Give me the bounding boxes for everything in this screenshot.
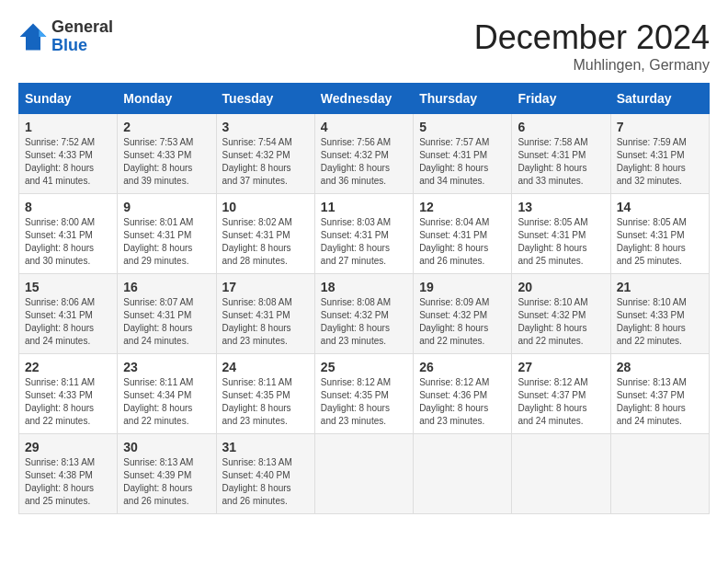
calendar-cell: 1Sunrise: 7:52 AMSunset: 4:33 PMDaylight… xyxy=(19,114,118,194)
day-number: 21 xyxy=(617,280,703,294)
week-row-4: 22Sunrise: 8:11 AMSunset: 4:33 PMDayligh… xyxy=(19,354,710,434)
calendar-cell: 6Sunrise: 7:58 AMSunset: 4:31 PMDaylight… xyxy=(512,114,610,194)
cell-details: Sunrise: 7:53 AMSunset: 4:33 PMDaylight:… xyxy=(123,137,193,186)
day-number: 16 xyxy=(123,280,210,294)
location-label: Muhlingen, Germany xyxy=(474,57,710,74)
calendar-cell: 10Sunrise: 8:02 AMSunset: 4:31 PMDayligh… xyxy=(216,194,314,274)
cell-details: Sunrise: 7:57 AMSunset: 4:31 PMDaylight:… xyxy=(419,137,489,186)
day-number: 11 xyxy=(321,200,407,214)
calendar-cell xyxy=(414,434,512,514)
calendar-cell: 23Sunrise: 8:11 AMSunset: 4:34 PMDayligh… xyxy=(118,354,216,434)
calendar-cell: 21Sunrise: 8:10 AMSunset: 4:33 PMDayligh… xyxy=(610,274,709,354)
calendar-cell: 13Sunrise: 8:05 AMSunset: 4:31 PMDayligh… xyxy=(512,194,610,274)
cell-details: Sunrise: 8:13 AMSunset: 4:37 PMDaylight:… xyxy=(617,377,687,426)
calendar-cell: 31Sunrise: 8:13 AMSunset: 4:40 PMDayligh… xyxy=(216,434,314,514)
cell-details: Sunrise: 8:10 AMSunset: 4:33 PMDaylight:… xyxy=(617,297,687,346)
cell-details: Sunrise: 8:11 AMSunset: 4:35 PMDaylight:… xyxy=(222,377,292,426)
day-number: 27 xyxy=(518,360,604,374)
cell-details: Sunrise: 8:00 AMSunset: 4:31 PMDaylight:… xyxy=(25,217,95,266)
calendar-cell: 3Sunrise: 7:54 AMSunset: 4:32 PMDaylight… xyxy=(216,114,314,194)
day-number: 8 xyxy=(25,200,111,214)
calendar-cell: 8Sunrise: 8:00 AMSunset: 4:31 PMDaylight… xyxy=(19,194,118,274)
week-row-5: 29Sunrise: 8:13 AMSunset: 4:38 PMDayligh… xyxy=(19,434,710,514)
cell-details: Sunrise: 8:12 AMSunset: 4:35 PMDaylight:… xyxy=(321,377,391,426)
day-number: 30 xyxy=(123,440,210,454)
day-number: 24 xyxy=(222,360,309,374)
day-number: 12 xyxy=(419,200,506,214)
day-number: 14 xyxy=(617,200,703,214)
day-number: 1 xyxy=(25,120,111,134)
day-number: 18 xyxy=(321,280,407,294)
week-row-3: 15Sunrise: 8:06 AMSunset: 4:31 PMDayligh… xyxy=(19,274,710,354)
calendar-table: SundayMondayTuesdayWednesdayThursdayFrid… xyxy=(18,83,710,514)
header-thursday: Thursday xyxy=(414,84,512,114)
calendar-cell: 16Sunrise: 8:07 AMSunset: 4:31 PMDayligh… xyxy=(118,274,216,354)
cell-details: Sunrise: 8:11 AMSunset: 4:33 PMDaylight:… xyxy=(25,377,95,426)
header-wednesday: Wednesday xyxy=(314,84,413,114)
header-friday: Friday xyxy=(512,84,610,114)
calendar-cell: 12Sunrise: 8:04 AMSunset: 4:31 PMDayligh… xyxy=(414,194,512,274)
day-number: 10 xyxy=(222,200,309,214)
cell-details: Sunrise: 8:07 AMSunset: 4:31 PMDaylight:… xyxy=(123,297,193,346)
cell-details: Sunrise: 8:12 AMSunset: 4:37 PMDaylight:… xyxy=(518,377,587,426)
day-number: 22 xyxy=(25,360,111,374)
cell-details: Sunrise: 8:03 AMSunset: 4:31 PMDaylight:… xyxy=(321,217,391,266)
calendar-cell: 15Sunrise: 8:06 AMSunset: 4:31 PMDayligh… xyxy=(19,274,118,354)
day-number: 17 xyxy=(222,280,309,294)
header-tuesday: Tuesday xyxy=(216,84,314,114)
cell-details: Sunrise: 8:13 AMSunset: 4:39 PMDaylight:… xyxy=(123,457,193,506)
calendar-cell: 14Sunrise: 8:05 AMSunset: 4:31 PMDayligh… xyxy=(610,194,709,274)
cell-details: Sunrise: 8:13 AMSunset: 4:38 PMDaylight:… xyxy=(25,457,95,506)
calendar-cell: 20Sunrise: 8:10 AMSunset: 4:32 PMDayligh… xyxy=(512,274,610,354)
calendar-cell: 11Sunrise: 8:03 AMSunset: 4:31 PMDayligh… xyxy=(314,194,413,274)
cell-details: Sunrise: 8:12 AMSunset: 4:36 PMDaylight:… xyxy=(419,377,489,426)
header-sunday: Sunday xyxy=(19,84,118,114)
calendar-cell: 26Sunrise: 8:12 AMSunset: 4:36 PMDayligh… xyxy=(414,354,512,434)
header-saturday: Saturday xyxy=(610,84,709,114)
cell-details: Sunrise: 7:52 AMSunset: 4:33 PMDaylight:… xyxy=(25,137,95,186)
day-number: 31 xyxy=(222,440,309,454)
calendar-cell: 5Sunrise: 7:57 AMSunset: 4:31 PMDaylight… xyxy=(414,114,512,194)
calendar-cell: 2Sunrise: 7:53 AMSunset: 4:33 PMDaylight… xyxy=(118,114,216,194)
header-monday: Monday xyxy=(118,84,216,114)
calendar-cell: 18Sunrise: 8:08 AMSunset: 4:32 PMDayligh… xyxy=(314,274,413,354)
cell-details: Sunrise: 7:59 AMSunset: 4:31 PMDaylight:… xyxy=(617,137,687,186)
day-number: 13 xyxy=(518,200,604,214)
cell-details: Sunrise: 8:10 AMSunset: 4:32 PMDaylight:… xyxy=(518,297,587,346)
cell-details: Sunrise: 8:05 AMSunset: 4:31 PMDaylight:… xyxy=(617,217,687,266)
day-number: 4 xyxy=(321,120,407,134)
cell-details: Sunrise: 8:09 AMSunset: 4:32 PMDaylight:… xyxy=(419,297,489,346)
month-title: December 2024 xyxy=(474,18,710,57)
day-number: 5 xyxy=(419,120,506,134)
day-number: 25 xyxy=(321,360,407,374)
day-number: 3 xyxy=(222,120,309,134)
calendar-cell: 27Sunrise: 8:12 AMSunset: 4:37 PMDayligh… xyxy=(512,354,610,434)
cell-details: Sunrise: 8:08 AMSunset: 4:32 PMDaylight:… xyxy=(321,297,391,346)
day-number: 29 xyxy=(25,440,111,454)
page-header: General Blue December 2024 Muhlingen, Ge… xyxy=(18,18,710,74)
cell-details: Sunrise: 8:05 AMSunset: 4:31 PMDaylight:… xyxy=(518,217,587,266)
calendar-cell: 19Sunrise: 8:09 AMSunset: 4:32 PMDayligh… xyxy=(414,274,512,354)
week-row-2: 8Sunrise: 8:00 AMSunset: 4:31 PMDaylight… xyxy=(19,194,710,274)
cell-details: Sunrise: 7:56 AMSunset: 4:32 PMDaylight:… xyxy=(321,137,391,186)
day-number: 7 xyxy=(617,120,703,134)
day-number: 28 xyxy=(617,360,703,374)
cell-details: Sunrise: 8:13 AMSunset: 4:40 PMDaylight:… xyxy=(222,457,292,506)
day-number: 6 xyxy=(518,120,604,134)
calendar-cell: 25Sunrise: 8:12 AMSunset: 4:35 PMDayligh… xyxy=(314,354,413,434)
calendar-cell: 4Sunrise: 7:56 AMSunset: 4:32 PMDaylight… xyxy=(314,114,413,194)
day-number: 20 xyxy=(518,280,604,294)
week-row-1: 1Sunrise: 7:52 AMSunset: 4:33 PMDaylight… xyxy=(19,114,710,194)
calendar-cell: 29Sunrise: 8:13 AMSunset: 4:38 PMDayligh… xyxy=(19,434,118,514)
calendar-cell xyxy=(314,434,413,514)
weekday-header-row: SundayMondayTuesdayWednesdayThursdayFrid… xyxy=(19,84,710,114)
cell-details: Sunrise: 8:01 AMSunset: 4:31 PMDaylight:… xyxy=(123,217,193,266)
cell-details: Sunrise: 7:58 AMSunset: 4:31 PMDaylight:… xyxy=(518,137,587,186)
cell-details: Sunrise: 8:06 AMSunset: 4:31 PMDaylight:… xyxy=(25,297,95,346)
day-number: 15 xyxy=(25,280,111,294)
calendar-cell: 24Sunrise: 8:11 AMSunset: 4:35 PMDayligh… xyxy=(216,354,314,434)
calendar-cell: 9Sunrise: 8:01 AMSunset: 4:31 PMDaylight… xyxy=(118,194,216,274)
calendar-cell: 28Sunrise: 8:13 AMSunset: 4:37 PMDayligh… xyxy=(610,354,709,434)
cell-details: Sunrise: 8:02 AMSunset: 4:31 PMDaylight:… xyxy=(222,217,292,266)
cell-details: Sunrise: 8:08 AMSunset: 4:31 PMDaylight:… xyxy=(222,297,292,346)
